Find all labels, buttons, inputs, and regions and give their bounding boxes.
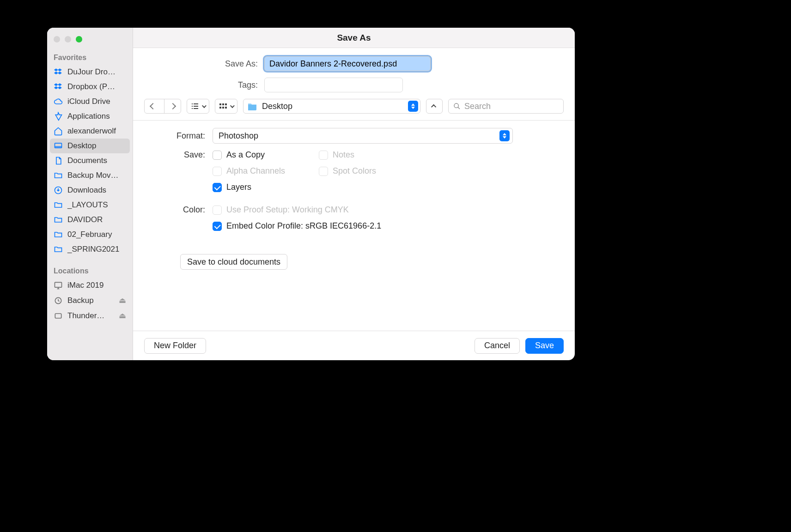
checkbox-notes: Notes <box>319 150 425 160</box>
applications-icon <box>54 112 63 121</box>
chevron-down-icon <box>230 103 235 108</box>
sidebar-item-label: Dropbox (P… <box>67 82 115 91</box>
new-folder-button[interactable]: New Folder <box>144 338 206 354</box>
svg-point-11 <box>454 103 458 108</box>
window-title: Save As <box>133 28 575 48</box>
sidebar-item-backup-mov[interactable]: Backup Mov… <box>47 168 133 183</box>
location-stepper-icon <box>408 101 418 112</box>
format-select-value: Photoshop <box>219 131 499 141</box>
sidebar-item-thunder[interactable]: Thunder… ⏏ <box>47 308 133 323</box>
checkbox-alpha-channels: Alpha Channels <box>213 166 319 176</box>
sidebar-item-label: Backup <box>67 296 94 305</box>
cloud-icon <box>54 97 63 106</box>
collapse-button[interactable] <box>426 99 443 114</box>
checkbox-as-a-copy[interactable]: As a Copy <box>213 150 319 160</box>
sidebar-item-label: Documents <box>67 156 107 165</box>
list-icon <box>191 103 199 109</box>
sidebar-item-documents[interactable]: Documents <box>47 153 133 168</box>
grid-icon <box>219 103 227 109</box>
checkbox-icon <box>213 183 222 192</box>
search-field[interactable]: Search <box>448 99 564 114</box>
tags-input[interactable] <box>264 78 403 92</box>
minimize-window-icon[interactable] <box>65 36 71 42</box>
window-controls <box>47 32 133 51</box>
new-folder-label: New Folder <box>154 341 196 351</box>
desktop-icon <box>54 141 63 151</box>
save-button[interactable]: Save <box>525 338 564 354</box>
svg-rect-2 <box>55 282 62 287</box>
sidebar-item-davidor[interactable]: DAVIDOR <box>47 212 133 227</box>
computer-icon <box>54 281 63 290</box>
options-area: Format: Photoshop Save: As a Copy <box>133 121 575 331</box>
sidebar-item-applications[interactable]: Applications <box>47 109 133 124</box>
search-placeholder: Search <box>464 102 491 111</box>
color-label: Color: <box>144 205 213 215</box>
dialog-footer: New Folder Cancel Save <box>133 331 575 360</box>
time-machine-icon <box>54 296 63 305</box>
checkbox-icon <box>319 167 328 176</box>
chevron-up-icon <box>431 104 436 109</box>
checkbox-label: Embed Color Profile: sRGB IEC61966-2.1 <box>226 221 381 231</box>
sidebar-item-downloads[interactable]: Downloads <box>47 183 133 198</box>
close-window-icon[interactable] <box>54 36 60 42</box>
svg-rect-4 <box>55 314 61 318</box>
location-dropdown[interactable]: Desktop <box>243 99 420 114</box>
svg-rect-7 <box>225 103 227 105</box>
sidebar-item-02-february[interactable]: 02_February <box>47 227 133 242</box>
format-label: Format: <box>144 131 213 141</box>
checkbox-icon <box>213 151 222 160</box>
forward-button[interactable] <box>164 99 181 113</box>
checkbox-label: As a Copy <box>226 150 265 160</box>
checkbox-label: Use Proof Setup: Working CMYK <box>226 205 349 215</box>
eject-icon[interactable]: ⏏ <box>119 311 126 320</box>
save-dialog-window: Favorites DuJour Dro… Dropbox (P… iCloud… <box>47 28 575 360</box>
sidebar-item-label: _SPRING2021 <box>67 245 119 254</box>
checkbox-label: Layers <box>226 182 251 192</box>
maximize-window-icon[interactable] <box>76 36 82 42</box>
dropbox-icon <box>54 67 63 77</box>
sidebar-item-layouts[interactable]: _LAYOUTS <box>47 198 133 212</box>
format-select[interactable]: Photoshop <box>213 128 513 144</box>
sidebar-item-label: _LAYOUTS <box>67 200 108 210</box>
download-icon <box>54 186 63 195</box>
view-grid-button[interactable] <box>215 99 237 114</box>
folder-icon <box>54 215 63 224</box>
sidebar-item-label: alexanderwolf <box>67 127 116 136</box>
eject-icon[interactable]: ⏏ <box>119 296 126 305</box>
chevron-left-icon <box>150 103 156 109</box>
sidebar-item-dujour[interactable]: DuJour Dro… <box>47 65 133 79</box>
back-button[interactable] <box>145 99 161 113</box>
main-panel: Save As Save As: Tags: <box>133 28 575 360</box>
checkbox-embed-profile[interactable]: Embed Color Profile: sRGB IEC61966-2.1 <box>213 221 425 231</box>
tags-label: Tags: <box>144 80 264 90</box>
sidebar-item-spring2021[interactable]: _SPRING2021 <box>47 242 133 257</box>
sidebar-item-label: iMac 2019 <box>67 281 103 290</box>
checkbox-layers[interactable]: Layers <box>213 182 319 192</box>
sidebar-item-icloud[interactable]: iCloud Drive <box>47 94 133 109</box>
cancel-button[interactable]: Cancel <box>475 338 520 354</box>
save-to-cloud-button[interactable]: Save to cloud documents <box>180 254 287 270</box>
save-label: Save: <box>144 150 213 160</box>
sidebar-item-desktop[interactable]: Desktop <box>50 139 130 153</box>
svg-rect-10 <box>225 107 227 109</box>
sidebar-item-dropbox[interactable]: Dropbox (P… <box>47 79 133 94</box>
view-list-button[interactable] <box>187 99 209 114</box>
sidebar-item-label: Applications <box>67 112 110 121</box>
sidebar-item-home[interactable]: alexanderwolf <box>47 124 133 139</box>
sidebar-item-label: Backup Mov… <box>67 171 119 180</box>
folder-icon <box>54 200 63 210</box>
cancel-label: Cancel <box>484 341 510 351</box>
sidebar-item-label: iCloud Drive <box>67 97 110 106</box>
sidebar-item-label: 02_February <box>67 230 112 239</box>
chevron-down-icon <box>202 103 207 108</box>
checkbox-icon <box>213 206 222 215</box>
sidebar-item-backup[interactable]: Backup ⏏ <box>47 293 133 308</box>
location-text: Desktop <box>262 102 403 111</box>
saveas-input[interactable] <box>264 56 431 71</box>
sidebar-item-label: Thunder… <box>67 311 104 320</box>
home-icon <box>54 127 63 136</box>
search-icon <box>453 103 461 110</box>
sidebar-item-imac[interactable]: iMac 2019 <box>47 278 133 293</box>
dropbox-icon <box>54 82 63 91</box>
checkbox-icon <box>213 167 222 176</box>
